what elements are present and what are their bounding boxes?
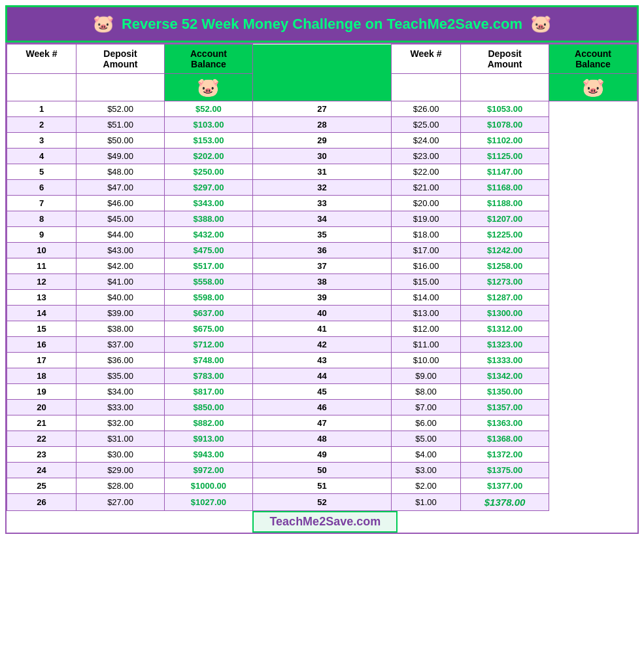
col-deposit-right: DepositAmount [461,44,549,74]
deposit-left: $38.00 [76,321,165,337]
table-row: 7$46.00$343.0033$20.00$1188.00 [7,196,637,211]
week-num-left: 16 [7,337,76,353]
divider [252,44,391,101]
balance-left: $850.00 [164,400,252,415]
week-num-left: 23 [7,447,76,463]
balance-left: $202.00 [164,149,252,164]
week-num-right: 31 [252,164,391,180]
balance-left: $297.00 [164,180,252,196]
deposit-right: $11.00 [392,337,461,353]
balance-right: $1207.00 [461,211,549,227]
week-num-left: 5 [7,164,76,180]
week-num-right: 51 [252,478,391,494]
balance-left: $972.00 [164,463,252,478]
balance-right: $1053.00 [461,101,549,117]
week-num-right: 52 [252,494,391,511]
table-row: 6$47.00$297.0032$21.00$1168.00 [7,180,637,196]
col-deposit-left: DepositAmount [76,44,165,74]
week-num-right: 48 [252,431,391,447]
week-num-right: 36 [252,243,391,258]
pig-icon-balance-left: 🐷 [164,74,252,101]
balance-left: $388.00 [164,211,252,227]
week-num-left: 25 [7,478,76,494]
page-title: Reverse 52 Week Money Challenge on Teach… [122,16,522,33]
deposit-right: $2.00 [392,478,461,494]
week-num-right: 49 [252,447,391,463]
week-num-right: 30 [252,149,391,164]
balance-right: $1312.00 [461,321,549,337]
deposit-left: $28.00 [76,478,165,494]
week-num-left: 9 [7,227,76,243]
table-row: 26$27.00$1027.0052$1.00$1378.00 [7,494,637,511]
balance-right: $1333.00 [461,353,549,368]
table-row: 16$37.00$712.0042$11.00$1323.00 [7,337,637,353]
deposit-right: $4.00 [392,447,461,463]
deposit-right: $21.00 [392,180,461,196]
deposit-left: $31.00 [76,431,165,447]
deposit-left: $30.00 [76,447,165,463]
week-num-right: 34 [252,211,391,227]
week-num-left: 17 [7,353,76,368]
balance-right: $1168.00 [461,180,549,196]
balance-right: $1147.00 [461,164,549,180]
table-row: 8$45.00$388.0034$19.00$1207.00 [7,211,637,227]
deposit-left: $32.00 [76,415,165,431]
deposit-right: $16.00 [392,258,461,274]
deposit-right: $9.00 [392,368,461,384]
table-row: 4$49.00$202.0030$23.00$1125.00 [7,149,637,164]
week-num-left: 3 [7,133,76,149]
balance-right: $1188.00 [461,196,549,211]
table-row: 12$41.00$558.0038$15.00$1273.00 [7,274,637,290]
balance-left: $103.00 [164,117,252,133]
main-table-wrapper: Week # DepositAmount AccountBalance Week… [5,43,639,534]
week-num-left: 10 [7,243,76,258]
balance-left: $712.00 [164,337,252,353]
balance-left: $783.00 [164,368,252,384]
week-num-left: 4 [7,149,76,164]
balance-left: $558.00 [164,274,252,290]
week-num-left: 13 [7,290,76,306]
balance-right: $1375.00 [461,463,549,478]
deposit-left: $47.00 [76,180,165,196]
col-week-left: Week # [7,44,76,74]
deposit-right: $3.00 [392,463,461,478]
deposit-left: $40.00 [76,290,165,306]
week-num-right: 50 [252,463,391,478]
table-row: 5$48.00$250.0031$22.00$1147.00 [7,164,637,180]
deposit-right: $13.00 [392,306,461,321]
pig-icon-left: 🐷 [93,14,114,34]
table-row: 17$36.00$748.0043$10.00$1333.00 [7,353,637,368]
deposit-left: $42.00 [76,258,165,274]
balance-right: $1372.00 [461,447,549,463]
balance-left: $343.00 [164,196,252,211]
deposit-right: $22.00 [392,164,461,180]
balance-left: $637.00 [164,306,252,321]
balance-right: $1125.00 [461,149,549,164]
footer-cell-left [7,511,253,533]
table-body: 1$52.00$52.0027$26.00$1053.002$51.00$103… [7,101,637,511]
week-num-left: 6 [7,180,76,196]
deposit-left: $29.00 [76,463,165,478]
table-row: 25$28.00$1000.0051$2.00$1377.00 [7,478,637,494]
header-empty-1 [7,74,76,101]
week-num-left: 1 [7,101,76,117]
week-num-right: 46 [252,400,391,415]
col-week-right: Week # [392,44,461,74]
deposit-left: $44.00 [76,227,165,243]
deposit-right: $10.00 [392,353,461,368]
deposit-left: $39.00 [76,306,165,321]
week-num-right: 45 [252,384,391,400]
balance-right: $1078.00 [461,117,549,133]
table-row: 14$39.00$637.0040$13.00$1300.00 [7,306,637,321]
week-num-left: 14 [7,306,76,321]
balance-left: $882.00 [164,415,252,431]
deposit-left: $51.00 [76,117,165,133]
pig-icon-balance-right: 🐷 [549,74,637,101]
deposit-right: $20.00 [392,196,461,211]
deposit-right: $6.00 [392,415,461,431]
deposit-right: $5.00 [392,431,461,447]
table-row: 22$31.00$913.0048$5.00$1368.00 [7,431,637,447]
header-empty-2 [76,74,165,101]
deposit-left: $52.00 [76,101,165,117]
week-num-right: 28 [252,117,391,133]
